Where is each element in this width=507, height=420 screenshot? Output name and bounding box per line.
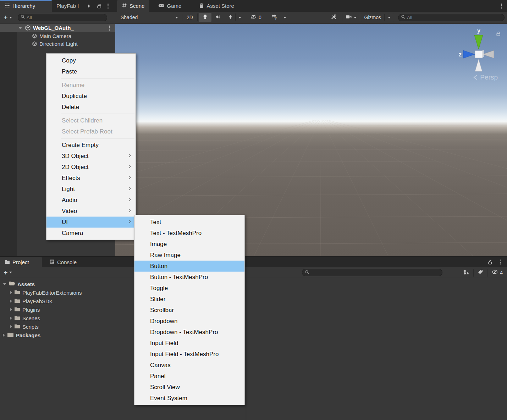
tab-project[interactable]: Project [0, 257, 42, 267]
tab-scroll-button[interactable] [88, 0, 90, 12]
menu-item-2d-object[interactable]: 2D Object [46, 162, 136, 173]
foldout-collapsed-icon[interactable] [10, 308, 12, 311]
menu-item-ui[interactable]: UI [46, 217, 136, 228]
submenu-item-dropdown-textmeshpro[interactable]: Dropdown - TextMeshPro [134, 327, 244, 338]
menu-item-label: Toggle [150, 285, 168, 291]
submenu-item-slider[interactable]: Slider [134, 294, 244, 305]
project-row-playfabeditorextensions[interactable]: PlayFabEditorExtensions [10, 288, 82, 297]
project-hidden-count-button[interactable]: 4 [489, 268, 506, 277]
foldout-expanded-icon[interactable] [18, 27, 22, 29]
tab-asset-store[interactable]: Asset Store [194, 0, 239, 12]
submenu-item-input-field[interactable]: Input Field [134, 338, 244, 349]
folder-icon [14, 298, 20, 304]
scene-audio-toggle[interactable] [211, 13, 224, 22]
chevron-left-icon [473, 75, 478, 80]
hierarchy-menu-button[interactable] [104, 0, 111, 12]
submenu-item-scroll-view[interactable]: Scroll View [134, 382, 244, 393]
submenu-item-event-system[interactable]: Event System [134, 393, 244, 404]
hierarchy-search-input[interactable] [27, 15, 104, 20]
submenu-item-image[interactable]: Image [134, 239, 244, 250]
project-row-playfabsdk[interactable]: PlayFabSDK [10, 297, 53, 305]
tab-playfab[interactable]: PlayFab I [52, 0, 87, 12]
project-search[interactable] [302, 269, 442, 276]
submenu-item-canvas[interactable]: Canvas [134, 360, 244, 371]
menu-item-audio[interactable]: Audio [46, 195, 136, 206]
menu-item-copy[interactable]: Copy [46, 55, 136, 66]
menu-item-video[interactable]: Video [46, 206, 136, 217]
hierarchy-lock-icon[interactable] [97, 0, 102, 12]
submenu-item-dropdown[interactable]: Dropdown [134, 316, 244, 327]
project-row-packages[interactable]: Packages [3, 331, 40, 339]
tab-hierarchy[interactable]: Hierarchy [0, 0, 52, 12]
menu-item-light[interactable]: Light [46, 184, 136, 195]
project-pane-divider[interactable] [246, 278, 246, 420]
menu-item-create-empty[interactable]: Create Empty [46, 140, 136, 151]
menu-item-effects[interactable]: Effects [46, 173, 136, 184]
add-gameobject-button[interactable]: + [2, 14, 13, 21]
menu-item-rename[interactable]: Rename [46, 80, 136, 91]
project-row-plugins[interactable]: Plugins [10, 305, 40, 314]
foldout-expanded-icon[interactable] [3, 283, 6, 285]
gizmos-dropdown[interactable]: Gizmos [361, 13, 394, 22]
menu-item-duplicate[interactable]: Duplicate [46, 91, 136, 102]
submenu-arrow-icon [127, 220, 131, 224]
scene-panel-menu-button[interactable] [498, 0, 505, 12]
hierarchy-row-directional-light[interactable]: Directional Light [0, 40, 115, 48]
foldout-collapsed-icon[interactable] [10, 316, 12, 320]
chevron-down-icon [354, 17, 357, 18]
folder-label: Packages [16, 332, 40, 338]
menu-item-3d-object[interactable]: 3D Object [46, 151, 136, 162]
scene-options-button[interactable] [106, 24, 113, 32]
tab-console[interactable]: Console [45, 257, 81, 267]
grid-snap-icon: y [271, 14, 277, 21]
submenu-item-raw-image[interactable]: Raw Image [134, 250, 244, 261]
submenu-item-input-field-textmeshpro[interactable]: Input Field - TextMeshPro [134, 349, 244, 360]
tab-scene[interactable]: Scene [117, 0, 149, 12]
submenu-item-text[interactable]: Text [134, 217, 244, 228]
grid-visibility-toggle[interactable]: y [266, 13, 279, 22]
scene-orientation-gizmo[interactable]: y z [457, 27, 501, 75]
grid-axis-dropdown[interactable] [281, 13, 289, 22]
submenu-item-button-textmeshpro[interactable]: Button - TextMeshPro [134, 272, 244, 283]
project-menu-button[interactable] [497, 258, 504, 266]
project-search-input[interactable] [311, 270, 440, 275]
scene-effects-toggle[interactable] [224, 13, 235, 22]
hierarchy-row-scene[interactable]: WebGL_OAuth_ [0, 24, 115, 32]
menu-item-paste[interactable]: Paste [46, 66, 136, 77]
scene-hidden-objects-toggle[interactable]: 0 [247, 13, 264, 22]
scene-tabbar: Scene Game Asset Store [115, 0, 507, 12]
shading-mode-dropdown[interactable]: Shaded [118, 13, 181, 22]
search-by-label-button[interactable] [475, 268, 486, 277]
scene-effects-dropdown[interactable] [236, 13, 244, 22]
foldout-collapsed-icon[interactable] [10, 291, 12, 294]
project-row-scenes[interactable]: Scenes [10, 314, 40, 322]
scene-search-input[interactable] [407, 15, 502, 20]
project-lock-icon[interactable] [487, 260, 493, 265]
submenu-item-toggle[interactable]: Toggle [134, 283, 244, 294]
search-by-type-button[interactable] [460, 268, 472, 277]
folder-icon [7, 332, 14, 338]
submenu-item-button[interactable]: Button [134, 261, 244, 272]
tab-game[interactable]: Game [154, 0, 186, 12]
toggle-2d-button[interactable]: 2D [183, 13, 196, 22]
scene-lighting-toggle[interactable] [199, 13, 211, 22]
project-row-scripts[interactable]: Scripts [10, 322, 39, 331]
submenu-item-text-textmeshpro[interactable]: Text - TextMeshPro [134, 228, 244, 239]
projection-mode-button[interactable]: Persp [473, 73, 498, 81]
scene-camera-settings-button[interactable] [343, 13, 359, 22]
menu-item-delete[interactable]: Delete [46, 102, 136, 113]
menu-item-select-prefab-root[interactable]: Select Prefab Root [46, 126, 136, 137]
submenu-item-scrollbar[interactable]: Scrollbar [134, 305, 244, 316]
submenu-item-panel[interactable]: Panel [134, 371, 244, 382]
menu-item-select-children[interactable]: Select Children [46, 115, 136, 126]
add-asset-button[interactable]: + [2, 269, 13, 276]
hierarchy-search[interactable] [18, 14, 107, 21]
project-row-assets[interactable]: Assets [3, 280, 35, 288]
foldout-collapsed-icon[interactable] [10, 299, 12, 303]
scene-tools-button[interactable] [327, 13, 341, 22]
scene-search[interactable] [398, 14, 505, 21]
hierarchy-row-main-camera[interactable]: Main Camera [0, 32, 115, 40]
foldout-collapsed-icon[interactable] [10, 325, 12, 328]
menu-item-camera[interactable]: Camera [46, 228, 136, 239]
foldout-collapsed-icon[interactable] [3, 333, 5, 337]
